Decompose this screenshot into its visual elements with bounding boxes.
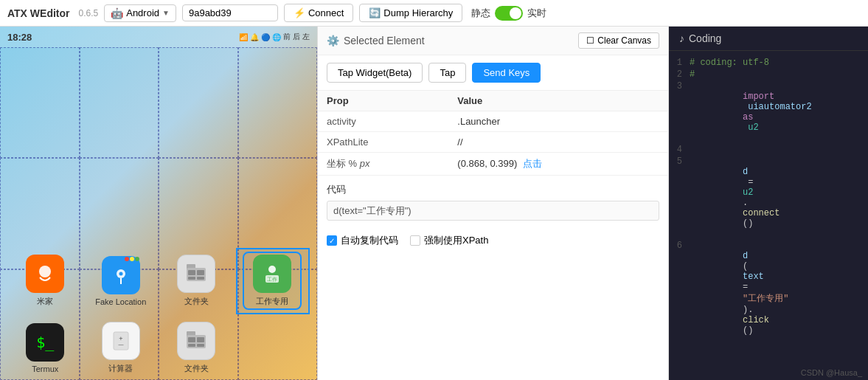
line-code: d = u2 . connect () bbox=[690, 156, 780, 239]
device-platform-select[interactable]: 🤖 Android ▼ bbox=[104, 4, 176, 22]
svg-rect-19 bbox=[188, 344, 195, 347]
app-title: ATX WEditor bbox=[7, 7, 70, 19]
fake-location-label: Fake Location bbox=[95, 297, 146, 306]
icon-row-1: 米家 bbox=[0, 246, 317, 316]
middle-panel: ⚙️ Selected Element ☐ Clear Canvas Tap W… bbox=[317, 27, 669, 380]
icons-area: 米家 bbox=[0, 47, 317, 380]
svg-point-9 bbox=[268, 266, 276, 273]
folder2-icon-img bbox=[177, 322, 215, 360]
send-keys-button[interactable]: Send Keys bbox=[472, 63, 541, 83]
prop-xpathlite: XPathLite bbox=[318, 132, 448, 153]
val-activity: .Launcher bbox=[448, 111, 668, 132]
mode-toggle[interactable] bbox=[495, 6, 523, 21]
phone-screen[interactable]: 18:28 📶 🔔 🔵 🌐 前 后 左 bbox=[0, 27, 317, 380]
connect-button[interactable]: ⚡ Connect bbox=[284, 4, 353, 22]
svg-text:—: — bbox=[118, 342, 123, 347]
music-icon: ♪ bbox=[679, 32, 684, 44]
tap-widget-button[interactable]: Tap Widget(Beta) bbox=[327, 63, 423, 83]
line-number: 1 bbox=[669, 58, 690, 68]
line-number: 3 bbox=[669, 81, 690, 91]
checkbox-checked-icon: ✓ bbox=[327, 235, 337, 246]
val-header: Value bbox=[448, 91, 668, 111]
app-icon-gongzuo[interactable]: 工作 工作专用 bbox=[243, 252, 302, 310]
coding-title: Coding bbox=[689, 32, 721, 44]
action-buttons: Tap Widget(Beta) Tap Send Keys bbox=[318, 55, 668, 91]
click-link[interactable]: 点击 bbox=[523, 158, 542, 169]
code-line-2: 2 # bbox=[669, 69, 868, 80]
code-line-4: 4 bbox=[669, 144, 868, 156]
force-xpath-label: 强制使用XPath bbox=[424, 234, 488, 247]
auto-copy-label: 自动复制代码 bbox=[341, 234, 398, 247]
folder2-label: 文件夹 bbox=[184, 363, 209, 374]
line-code: # bbox=[690, 69, 695, 80]
mode-toggle-group: 静态 实时 bbox=[471, 6, 546, 21]
phone-panel: 18:28 📶 🔔 🔵 🌐 前 后 左 bbox=[0, 27, 317, 380]
properties-table: Prop Value activity .Launcher XPathLite … bbox=[318, 91, 668, 176]
prop-header: Prop bbox=[318, 91, 448, 111]
calc-icon-img: + — bbox=[102, 322, 140, 360]
toggle-knob bbox=[510, 7, 521, 19]
app-icon-folder1[interactable]: 文件夹 bbox=[167, 255, 226, 307]
code-line-3: 3 import uiautomator2 as u2 bbox=[669, 80, 868, 144]
svg-rect-18 bbox=[197, 337, 204, 342]
line-number: 4 bbox=[669, 145, 690, 155]
code-line-1: 1 # coding: utf-8 bbox=[669, 57, 868, 69]
code-editor[interactable]: 1 # coding: utf-8 2 # 3 import uiautomat… bbox=[669, 51, 868, 365]
auto-copy-checkbox[interactable]: ✓ 自动复制代码 bbox=[327, 234, 398, 247]
mijia-icon-img bbox=[26, 255, 64, 293]
dump-hierarchy-button[interactable]: 🔄 Dump Hierarchy bbox=[359, 4, 462, 22]
table-row: XPathLite // bbox=[318, 132, 668, 153]
termux-label: Termux bbox=[32, 365, 58, 373]
app-icon-folder2[interactable]: 文件夹 bbox=[167, 322, 226, 374]
calc-label: 计算器 bbox=[108, 363, 133, 374]
val-coords: (0.868, 0.399) 点击 bbox=[448, 153, 668, 176]
code-line-6: 6 d ( text = "工作专用" ). click () bbox=[669, 240, 868, 347]
gongzuo-label: 工作专用 bbox=[256, 296, 288, 307]
table-row: activity .Launcher bbox=[318, 111, 668, 132]
app-icon-calc[interactable]: + — 计算器 bbox=[91, 322, 150, 374]
clear-canvas-button[interactable]: ☐ Clear Canvas bbox=[578, 32, 659, 49]
line-number: 6 bbox=[669, 241, 690, 251]
android-icon: 🤖 bbox=[111, 7, 123, 19]
svg-rect-17 bbox=[188, 337, 195, 342]
line-number: 5 bbox=[669, 156, 690, 167]
force-xpath-checkbox[interactable]: 强制使用XPath bbox=[410, 234, 488, 247]
prop-activity: activity bbox=[318, 111, 448, 132]
svg-text:工作: 工作 bbox=[267, 277, 277, 282]
panel-title: ⚙️ Selected Element bbox=[327, 35, 425, 46]
panel-header: ⚙️ Selected Element ☐ Clear Canvas bbox=[318, 27, 668, 55]
app-version: 0.6.5 bbox=[79, 8, 99, 18]
device-platform-label: Android bbox=[126, 7, 159, 18]
prop-coords: 坐标 % px bbox=[318, 153, 448, 176]
chevron-down-icon: ▼ bbox=[162, 9, 170, 17]
gongzuo-icon-img: 工作 bbox=[253, 255, 291, 293]
line-code: # coding: utf-8 bbox=[690, 58, 769, 68]
code-input[interactable] bbox=[327, 201, 659, 221]
val-xpathlite: // bbox=[448, 132, 668, 153]
checkbox-unchecked-icon bbox=[410, 235, 420, 246]
code-section-title: 代码 bbox=[327, 183, 659, 196]
line-number: 2 bbox=[669, 69, 690, 80]
code-section: 代码 bbox=[318, 176, 668, 228]
coding-panel: ♪ Coding 1 # coding: utf-8 2 # 3 import … bbox=[669, 27, 868, 380]
status-bar: 18:28 📶 🔔 🔵 🌐 前 后 左 bbox=[0, 27, 317, 47]
svg-rect-6 bbox=[197, 270, 204, 275]
mijia-label: 米家 bbox=[37, 296, 53, 307]
status-icons: 📶 🔔 🔵 🌐 前 后 左 bbox=[239, 32, 310, 42]
app-icon-mijia[interactable]: 米家 bbox=[15, 255, 74, 307]
fake-location-icon-img bbox=[102, 256, 140, 294]
device-id-input[interactable] bbox=[182, 4, 278, 21]
svg-rect-20 bbox=[197, 344, 204, 347]
tap-button[interactable]: Tap bbox=[428, 63, 466, 83]
coding-header: ♪ Coding bbox=[669, 27, 868, 51]
app-icon-termux[interactable]: $_ Termux bbox=[15, 323, 74, 373]
table-row: 坐标 % px (0.868, 0.399) 点击 bbox=[318, 153, 668, 176]
svg-rect-5 bbox=[188, 270, 195, 275]
connect-icon: ⚡ bbox=[294, 7, 305, 18]
termux-icon-img: $_ bbox=[26, 323, 64, 362]
line-code: import uiautomator2 as u2 bbox=[690, 81, 817, 143]
app-icon-fake-location[interactable]: Fake Location bbox=[91, 256, 150, 306]
icon-row-2: $_ Termux + — 计算器 bbox=[0, 316, 317, 380]
static-label: 静态 bbox=[471, 7, 490, 20]
code-line-5: 5 d = u2 . connect () bbox=[669, 156, 868, 240]
